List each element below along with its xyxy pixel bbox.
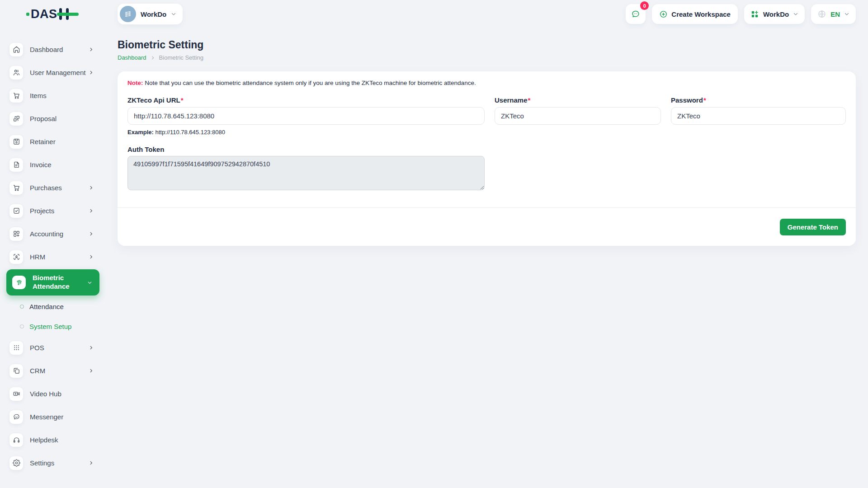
sidebar-item-dashboard[interactable]: Dashboard bbox=[0, 38, 105, 61]
sidebar-subitem-label: System Setup bbox=[29, 323, 71, 330]
username-label: Username* bbox=[495, 96, 530, 104]
sidebar-item-purchases[interactable]: Purchases bbox=[0, 176, 105, 199]
sidebar-item-settings[interactable]: Settings bbox=[0, 451, 105, 474]
circle-icon bbox=[20, 324, 24, 328]
retainer-icon bbox=[9, 135, 23, 149]
dash-logo[interactable]: DAS bbox=[26, 8, 73, 20]
api-url-example: Example: http://110.78.645.123:8080 bbox=[127, 129, 485, 136]
company-name: WorkDo bbox=[763, 10, 789, 18]
sidebar-item-label: User Management bbox=[30, 69, 85, 76]
grid-plus-icon bbox=[9, 227, 23, 241]
auth-token-label: Auth Token bbox=[127, 145, 164, 153]
sidebar-item-hrm[interactable]: HRM bbox=[0, 245, 105, 268]
password-label: Password* bbox=[671, 96, 706, 104]
sidebar-item-user-management[interactable]: User Management bbox=[0, 61, 105, 84]
chevron-right-icon bbox=[89, 231, 94, 236]
fingerprint-icon bbox=[12, 276, 26, 289]
gear-icon bbox=[9, 456, 23, 470]
sidebar-item-label: Invoice bbox=[30, 161, 52, 169]
sidebar-item-label: HRM bbox=[30, 253, 45, 261]
chevron-right-icon bbox=[89, 254, 94, 259]
chevron-right-icon bbox=[89, 47, 94, 52]
chevron-down-icon bbox=[87, 280, 92, 285]
sidebar-subitem-attendance[interactable]: Attendance bbox=[0, 296, 105, 316]
chevron-down-icon bbox=[844, 11, 849, 17]
app-root: DAS Dashboard User Management bbox=[0, 0, 868, 488]
check-square-icon bbox=[9, 204, 23, 218]
sidebar-item-items[interactable]: Items bbox=[0, 84, 105, 107]
required-asterisk: * bbox=[528, 96, 531, 104]
sidebar-item-video-hub[interactable]: Video Hub bbox=[0, 382, 105, 405]
language-code: EN bbox=[830, 10, 840, 18]
user-scan-icon bbox=[9, 250, 23, 264]
api-url-input[interactable] bbox=[127, 107, 485, 125]
sidebar-item-proposal[interactable]: Proposal bbox=[0, 107, 105, 130]
sidebar-item-label: Dashboard bbox=[30, 46, 63, 53]
note-label: Note: bbox=[127, 80, 143, 86]
messages-button[interactable]: 0 bbox=[626, 4, 646, 24]
required-asterisk: * bbox=[181, 96, 184, 104]
sidebar-item-pos[interactable]: POS bbox=[0, 336, 105, 359]
sidebar-item-helpdesk[interactable]: Helpdesk bbox=[0, 428, 105, 451]
card-footer: Generate Token bbox=[118, 207, 856, 246]
sidebar-item-label: Settings bbox=[30, 459, 54, 467]
auth-token-textarea[interactable]: 49105997f1f71595f41649f909752942870f4510 bbox=[127, 156, 485, 190]
username-field-group: Username* bbox=[495, 96, 661, 136]
workspace-name: WorkDo bbox=[141, 10, 166, 18]
sidebar-item-label: Projects bbox=[30, 207, 54, 215]
language-selector[interactable]: EN bbox=[811, 4, 856, 24]
chevron-right-icon bbox=[89, 208, 94, 213]
sidebar-item-label: POS bbox=[30, 344, 44, 352]
chevron-right-icon bbox=[89, 345, 94, 350]
users-icon bbox=[9, 66, 23, 80]
breadcrumb-dashboard-link[interactable]: Dashboard bbox=[118, 54, 146, 61]
invoice-icon bbox=[9, 158, 23, 172]
chevron-down-icon bbox=[171, 11, 176, 17]
chevron-right-icon bbox=[89, 368, 94, 373]
sidebar-item-accounting[interactable]: Accounting bbox=[0, 222, 105, 245]
auth-token-field-group: Auth Token 49105997f1f71595f41649f909752… bbox=[127, 145, 846, 190]
sidebar: DAS Dashboard User Management bbox=[0, 0, 105, 488]
sidebar-item-label: CRM bbox=[30, 367, 45, 375]
create-workspace-button[interactable]: Create Workspace bbox=[652, 4, 738, 24]
chevron-down-icon bbox=[793, 11, 798, 17]
username-input[interactable] bbox=[495, 107, 661, 125]
home-icon bbox=[9, 43, 23, 56]
grid-plus-icon bbox=[750, 10, 759, 19]
topbar: WorkDo 0 Create Workspace bbox=[105, 0, 868, 28]
password-field-group: Password* bbox=[671, 96, 846, 136]
sidebar-item-invoice[interactable]: Invoice bbox=[0, 153, 105, 176]
sidebar-item-projects[interactable]: Projects bbox=[0, 199, 105, 222]
grid-dots-icon bbox=[9, 341, 23, 355]
sidebar-item-biometric-attendance[interactable]: Biometric Attendance bbox=[6, 269, 99, 296]
api-url-label: ZKTeco Api URL* bbox=[127, 96, 184, 104]
chat-bubble-icon bbox=[9, 410, 23, 424]
sidebar-item-crm[interactable]: CRM bbox=[0, 359, 105, 382]
sidebar-item-messenger[interactable]: Messenger bbox=[0, 405, 105, 428]
sidebar-subitem-label: Attendance bbox=[29, 303, 64, 310]
generate-token-button[interactable]: Generate Token bbox=[780, 219, 846, 235]
sidebar-item-label: Biometric Attendance bbox=[33, 274, 82, 291]
breadcrumb-current: Biometric Setting bbox=[159, 54, 203, 61]
sidebar-item-label: Proposal bbox=[30, 115, 57, 122]
breadcrumb: Dashboard Biometric Setting bbox=[118, 54, 856, 61]
sidebar-item-label: Retainer bbox=[30, 138, 56, 145]
sidebar-item-label: Helpdesk bbox=[30, 436, 58, 444]
chevron-right-icon bbox=[89, 460, 94, 465]
company-dropdown[interactable]: WorkDo bbox=[744, 4, 805, 24]
sidebar-item-label: Accounting bbox=[30, 230, 63, 238]
biometric-setting-card: Note: Note that you can use the biometri… bbox=[118, 71, 856, 246]
chevron-right-icon bbox=[151, 56, 155, 60]
sidebar-item-retainer[interactable]: Retainer bbox=[0, 130, 105, 153]
logo-h-glyph bbox=[58, 8, 73, 20]
video-camera-icon bbox=[9, 387, 23, 401]
sidebar-item-label: Messenger bbox=[30, 413, 63, 421]
sidebar-item-label: Purchases bbox=[30, 184, 62, 192]
required-asterisk: * bbox=[703, 96, 706, 104]
plus-circle-icon bbox=[659, 10, 668, 19]
workspace-switcher[interactable]: WorkDo bbox=[118, 4, 183, 24]
copy-frame-icon bbox=[9, 364, 23, 378]
api-url-field-group: ZKTeco Api URL* Example: http://110.78.6… bbox=[127, 96, 485, 136]
sidebar-subitem-system-setup[interactable]: System Setup bbox=[0, 316, 105, 336]
password-input[interactable] bbox=[671, 107, 846, 125]
